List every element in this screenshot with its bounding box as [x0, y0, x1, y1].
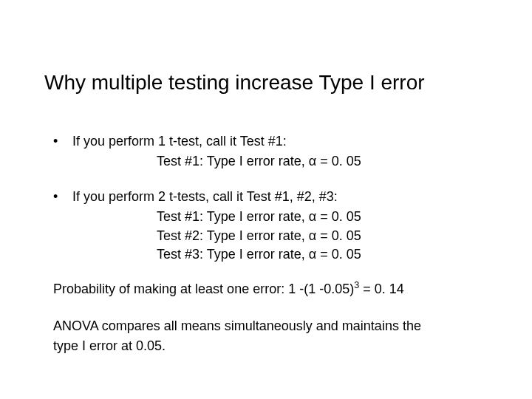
bullet-2-sub-1: Test #1: Type I error rate, α = 0. 05 [53, 208, 488, 225]
probability-line: Probability of making at least one error… [53, 281, 488, 298]
bullet-2-sub-2: Test #2: Type I error rate, α = 0. 05 [53, 228, 488, 245]
spacer [53, 301, 488, 318]
slide-title: Why multiple testing increase Type I err… [44, 71, 502, 95]
anova-line-2: type I error at 0.05. [53, 338, 488, 355]
prob-pre: Probability of making at least one error… [53, 282, 354, 296]
bullet-1: If you perform 1 t-test, call it Test #1… [53, 133, 488, 150]
prob-post: = 0. 14 [359, 282, 404, 296]
spacer [53, 172, 488, 188]
bullet-1-lead: If you perform 1 t-test, call it Test #1… [72, 134, 287, 149]
anova-line-1: ANOVA compares all means simultaneously … [53, 318, 488, 335]
spacer [53, 265, 488, 281]
slide-body: If you perform 1 t-test, call it Test #1… [53, 133, 488, 358]
slide: Why multiple testing increase Type I err… [0, 0, 532, 399]
bullet-1-sub-1: Test #1: Type I error rate, α = 0. 05 [53, 153, 488, 170]
bullet-2: If you perform 2 t-tests, call it Test #… [53, 188, 488, 205]
bullet-2-lead: If you perform 2 t-tests, call it Test #… [72, 189, 338, 204]
bullet-2-sub-3: Test #3: Type I error rate, α = 0. 05 [53, 246, 488, 263]
